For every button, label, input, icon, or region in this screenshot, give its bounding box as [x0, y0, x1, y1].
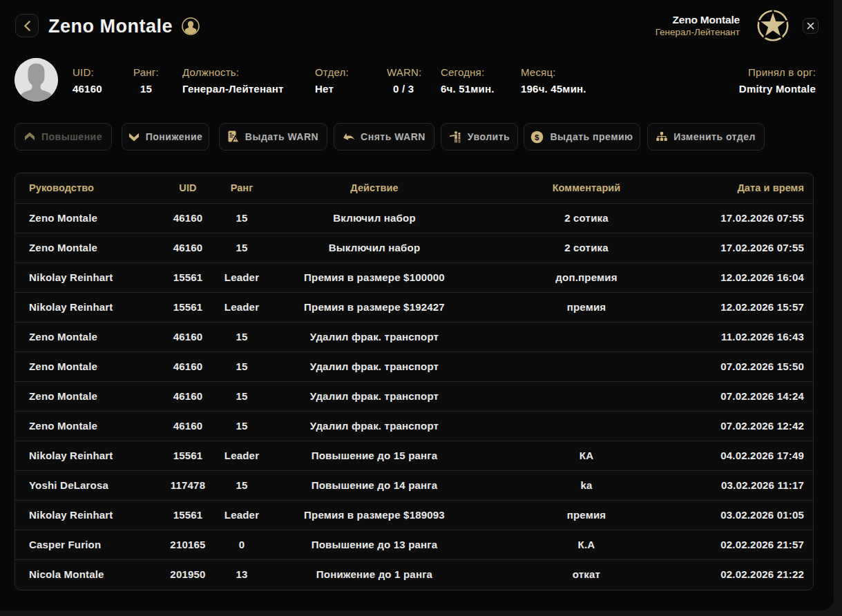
svg-text:$: $ — [535, 133, 539, 141]
